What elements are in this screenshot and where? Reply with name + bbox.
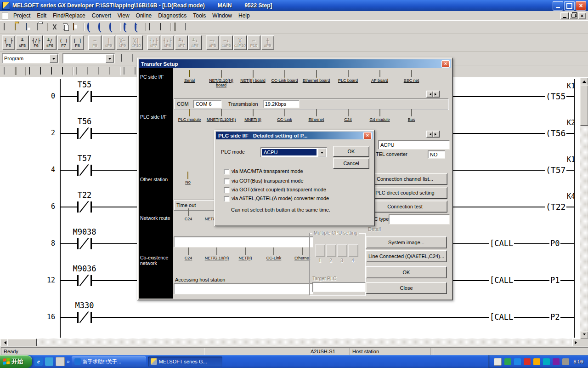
chevron-down-icon[interactable] xyxy=(106,54,114,63)
fkey-af9-button[interactable]: ┼aF9 xyxy=(261,35,274,50)
a6tel-checkbox[interactable] xyxy=(224,196,230,202)
messenger-tray-icon[interactable] xyxy=(514,358,521,365)
update-icon[interactable] xyxy=(533,358,540,365)
statement-display-icon[interactable] xyxy=(60,66,71,76)
child-restore-button[interactable] xyxy=(569,12,577,19)
scroll-left-icon[interactable] xyxy=(426,91,433,98)
fkey-sf5-button[interactable]: ╨sF5 xyxy=(16,35,29,50)
pc-if-netg10-board[interactable]: NET/G,10(H) board xyxy=(205,70,237,87)
show-desktop-icon[interactable] xyxy=(56,357,65,366)
plc-if-plc-module[interactable]: PLC module xyxy=(174,109,205,122)
input-method-keyboard-icon[interactable] xyxy=(494,358,502,366)
antivirus-icon[interactable] xyxy=(504,358,511,365)
coex-netg10[interactable]: NET/G,10(H) xyxy=(203,248,231,260)
read-mode-icon[interactable] xyxy=(107,66,119,76)
vertical-scroll-thumb[interactable] xyxy=(580,85,588,126)
fkey-af8-button[interactable]: ╨↓aF8 xyxy=(188,35,202,50)
find-next-icon[interactable] xyxy=(96,22,107,32)
fkey-sf8-button[interactable]: ┤↓├sF8 xyxy=(161,35,174,50)
find-icon[interactable] xyxy=(85,22,96,32)
close-icon[interactable] xyxy=(441,60,450,68)
close-button[interactable] xyxy=(576,1,586,11)
pc-if-ssc-net[interactable]: SSC net xyxy=(396,70,427,83)
coex-c24[interactable]: C24 xyxy=(174,248,203,260)
coil[interactable]: (T55 xyxy=(545,92,566,101)
maximize-button[interactable] xyxy=(564,1,575,11)
plc-if-c24[interactable]: C24 xyxy=(332,109,364,122)
taskbar-task-melsoft[interactable]: MELSOFT series G... xyxy=(148,356,222,367)
plc-mode-select[interactable]: ACPU xyxy=(260,147,327,157)
fkey-cf9-button[interactable]: ╳─cF9 xyxy=(116,35,129,50)
cpu-slot-3[interactable] xyxy=(337,244,347,257)
connection-channel-list-button[interactable]: Connection channel list... xyxy=(362,173,447,185)
menu-project[interactable]: Project xyxy=(10,12,34,20)
child-close-button[interactable] xyxy=(578,12,586,19)
menu-find-replace[interactable]: Find/Replace xyxy=(50,12,89,20)
security-alert-icon[interactable] xyxy=(524,358,531,365)
fkey-sf6-button[interactable]: ╨/sF6 xyxy=(43,35,57,50)
ladder-view-icon[interactable] xyxy=(13,66,24,76)
horizontal-scrollbar[interactable] xyxy=(0,339,580,346)
fkey-f9-button[interactable]: ─F9 xyxy=(88,35,102,50)
device-memory-icon[interactable] xyxy=(158,22,169,32)
coex-cclink[interactable]: CC-Link xyxy=(260,248,288,260)
call-pointer[interactable]: P2 xyxy=(549,312,560,322)
zoom-out-icon[interactable] xyxy=(133,22,144,32)
got-direct-checkbox[interactable] xyxy=(224,187,230,193)
media-player-icon[interactable] xyxy=(553,358,560,365)
fkey-f6-button[interactable]: ┤/├F6 xyxy=(29,35,43,50)
internet-explorer-icon[interactable]: e xyxy=(34,357,43,366)
plc-if-cclink[interactable]: CC-Link xyxy=(269,109,300,122)
zoom-in-icon[interactable] xyxy=(122,22,133,32)
cpu-slot-1[interactable] xyxy=(315,244,325,257)
fkey-caf10-button[interactable]: ╳caF10 xyxy=(233,35,247,50)
dialog-titlebar[interactable]: Transfer Setup xyxy=(139,59,451,68)
ladder-symbol-select[interactable] xyxy=(62,53,115,63)
volume-icon[interactable] xyxy=(562,358,569,365)
print-preview-icon[interactable] xyxy=(122,66,133,76)
fkey-sf9-button[interactable]: │sF9 xyxy=(102,35,115,50)
other-station-no[interactable]: No xyxy=(174,172,202,184)
call-instruction[interactable]: [CALL xyxy=(489,239,514,248)
plc-if-g4-module[interactable]: G4 module xyxy=(364,109,396,122)
print-icon[interactable] xyxy=(35,22,46,32)
fkey-sf7-button[interactable]: ┤↑├sF7 xyxy=(147,35,160,50)
scro ll-down-button[interactable] xyxy=(580,331,588,339)
taskbar-clock[interactable]: 8:09 xyxy=(574,359,583,364)
plc-if-mnet-g10[interactable]: MNET(G,10(H)) xyxy=(205,109,237,122)
device-comment-icon[interactable] xyxy=(147,22,158,32)
menu-diagnostics[interactable]: Diagnostics xyxy=(155,12,190,20)
pc-if-serial[interactable]: Serial xyxy=(174,70,205,83)
coex-net2[interactable]: NET(II) xyxy=(231,248,260,260)
mac-mta-checkbox[interactable] xyxy=(224,169,230,175)
minimize-button[interactable] xyxy=(553,1,563,11)
chevron-down-icon[interactable] xyxy=(318,148,326,156)
fkey-f7-button[interactable]: ( )F7 xyxy=(57,35,70,50)
child-minimize-button[interactable] xyxy=(560,12,569,19)
replace-icon[interactable] xyxy=(107,22,119,32)
mdi-child-icon[interactable] xyxy=(2,12,8,19)
device-batch-icon[interactable] xyxy=(38,66,49,76)
grid-display-icon[interactable] xyxy=(183,22,194,32)
ladder-edit-icon[interactable] xyxy=(119,53,130,63)
coil[interactable]: (T57 xyxy=(545,165,566,175)
nc-contact[interactable] xyxy=(77,91,92,102)
nc-contact[interactable] xyxy=(77,128,92,139)
nc-contact[interactable] xyxy=(77,201,92,213)
monitor-stop-icon[interactable] xyxy=(85,66,96,76)
no-contact[interactable] xyxy=(77,275,92,286)
scroll-left-icon[interactable] xyxy=(426,131,433,138)
menu-online[interactable]: Online xyxy=(133,12,155,20)
scroll-right-icon[interactable] xyxy=(433,91,440,98)
fkey-f10-button[interactable]: ═F10 xyxy=(247,35,260,50)
pc-if-ethernet-board[interactable]: Ethernet board xyxy=(300,70,332,83)
menu-view[interactable]: View xyxy=(114,12,133,20)
program-select[interactable]: Program xyxy=(2,53,59,63)
fkey-af7-button[interactable]: ╨↑aF7 xyxy=(175,35,188,50)
fkey-caf5-button[interactable]: ─↓caF5 xyxy=(220,35,233,50)
scroll-right-icon[interactable] xyxy=(433,131,440,138)
fkey-f8-button[interactable]: [ ]F8 xyxy=(71,35,84,50)
comment-display-icon[interactable] xyxy=(49,66,60,76)
quick-launch-chevron-icon[interactable]: » xyxy=(67,358,70,365)
cpu-slot-4[interactable] xyxy=(348,244,358,257)
